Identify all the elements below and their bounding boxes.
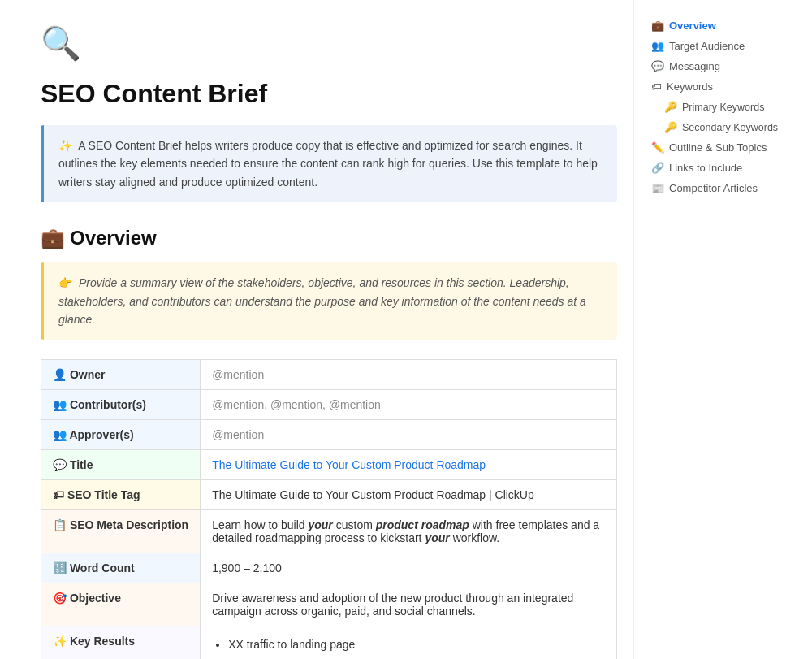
sidebar-label-overview: Overview xyxy=(669,20,716,32)
table-cell-value-7: Drive awareness and adoption of the new … xyxy=(201,583,617,626)
rich-text-part: your xyxy=(308,518,332,531)
sidebar-label-links-to-include: Links to Include xyxy=(669,162,742,174)
row-key-4: SEO Title Tag xyxy=(67,488,140,501)
row-key-3: Title xyxy=(70,458,93,471)
row-key-6: Word Count xyxy=(70,561,135,574)
table-cell-key-0: 👤 Owner xyxy=(41,360,201,390)
table-row: 👤 Owner@mention xyxy=(41,360,617,390)
overview-table: 👤 Owner@mention👥 Contributor(s)@mention,… xyxy=(41,359,617,659)
rich-text-part: Learn how to build xyxy=(212,518,308,531)
info-callout: ✨ A SEO Content Brief helps writers prod… xyxy=(41,125,617,202)
row-key-emoji-1: 👥 xyxy=(53,398,70,411)
sidebar-item-keywords[interactable]: 🏷Keywords xyxy=(646,77,800,96)
sidebar-item-target-audience[interactable]: 👥Target Audience xyxy=(646,37,800,55)
table-row: 🏷 SEO Title TagThe Ultimate Guide to You… xyxy=(41,480,617,510)
row-key-7: Objective xyxy=(70,592,121,605)
table-cell-key-5: 📋 SEO Meta Description xyxy=(41,510,201,553)
sidebar-icon-outline-sub-topics: ✏️ xyxy=(651,141,664,154)
sidebar-icon-keywords: 🏷 xyxy=(651,80,662,93)
table-cell-value-8: XX traffic to landing page xyxy=(201,626,617,659)
table-row: 📋 SEO Meta DescriptionLearn how to build… xyxy=(41,510,617,553)
overview-callout-text: Provide a summary view of the stakeholde… xyxy=(58,276,586,326)
table-cell-value-1: @mention, @mention, @mention xyxy=(201,390,617,420)
rich-text-part: custom xyxy=(333,518,376,531)
sidebar-label-primary-keywords: Primary Keywords xyxy=(682,102,764,113)
row-key-emoji-7: 🎯 xyxy=(53,592,70,605)
page-title: SEO Content Brief xyxy=(41,79,617,109)
callout-sparkle-icon: ✨ xyxy=(58,139,72,152)
row-key-emoji-2: 👥 xyxy=(53,428,69,441)
row-key-1: Contributor(s) xyxy=(70,398,146,411)
table-row: ✨ Key ResultsXX traffic to landing page xyxy=(41,626,617,659)
mention-value-2: @mention xyxy=(212,428,264,441)
sidebar-icon-primary-keywords: 🔑 xyxy=(664,101,677,113)
page-logo: 🔍 xyxy=(41,24,617,63)
sidebar-item-competitor-articles[interactable]: 📰Competitor Articles xyxy=(646,179,800,197)
table-cell-key-8: ✨ Key Results xyxy=(41,626,201,659)
table-cell-key-3: 💬 Title xyxy=(41,450,201,480)
sidebar-item-outline-sub-topics[interactable]: ✏️Outline & Sub Topics xyxy=(646,138,800,157)
table-cell-key-1: 👥 Contributor(s) xyxy=(41,390,201,420)
overview-emoji: 💼 xyxy=(41,227,65,249)
rich-text-part: product roadmap xyxy=(376,518,469,531)
row-key-emoji-5: 📋 xyxy=(53,518,70,531)
table-row: 🔢 Word Count1,900 – 2,100 xyxy=(41,553,617,583)
table-cell-key-2: 👥 Approver(s) xyxy=(41,420,201,450)
sidebar-label-keywords: Keywords xyxy=(667,80,713,93)
row-key-emoji-4: 🏷 xyxy=(53,488,67,501)
sidebar-item-messaging[interactable]: 💬Messaging xyxy=(646,57,800,76)
table-cell-value-6: 1,900 – 2,100 xyxy=(201,553,617,583)
row-key-0: Owner xyxy=(70,368,106,381)
table-row: 🎯 ObjectiveDrive awareness and adoption … xyxy=(41,583,617,626)
table-cell-key-7: 🎯 Objective xyxy=(41,583,201,626)
table-cell-key-6: 🔢 Word Count xyxy=(41,553,201,583)
sidebar-label-secondary-keywords: Secondary Keywords xyxy=(682,122,778,133)
row-key-emoji-0: 👤 xyxy=(53,368,70,381)
table-cell-value-2: @mention xyxy=(201,420,617,450)
mention-value-1: @mention, @mention, @mention xyxy=(212,398,381,411)
overview-callout: 👉 Provide a summary view of the stakehol… xyxy=(41,262,617,340)
table-cell-value-0: @mention xyxy=(201,360,617,390)
sidebar-icon-secondary-keywords: 🔑 xyxy=(664,121,677,133)
table-row: 👥 Contributor(s)@mention, @mention, @men… xyxy=(41,390,617,420)
sidebar-label-outline-sub-topics: Outline & Sub Topics xyxy=(669,141,767,154)
value-list-8: XX traffic to landing page xyxy=(212,638,605,651)
sidebar-icon-links-to-include: 🔗 xyxy=(651,162,664,174)
table-cell-value-4: The Ultimate Guide to Your Custom Produc… xyxy=(201,480,617,510)
page-layout: 🔍 SEO Content Brief ✨ A SEO Content Brie… xyxy=(0,0,812,659)
table-row: 💬 TitleThe Ultimate Guide to Your Custom… xyxy=(41,450,617,480)
row-key-emoji-3: 💬 xyxy=(53,458,70,471)
link-value-3[interactable]: The Ultimate Guide to Your Custom Produc… xyxy=(212,458,486,471)
sidebar-label-competitor-articles: Competitor Articles xyxy=(669,182,758,194)
sidebar-item-overview[interactable]: 💼Overview xyxy=(646,16,800,35)
row-key-emoji-6: 🔢 xyxy=(53,561,70,574)
row-key-5: SEO Meta Description xyxy=(70,518,188,531)
rich-text-part: workflow. xyxy=(450,531,499,544)
sidebar-label-target-audience: Target Audience xyxy=(669,40,745,52)
sidebar-label-messaging: Messaging xyxy=(669,60,720,72)
sidebar-item-secondary-keywords[interactable]: 🔑Secondary Keywords xyxy=(646,118,800,137)
table-cell-value-5: Learn how to build your custom product r… xyxy=(201,510,617,553)
row-key-2: Approver(s) xyxy=(69,428,133,441)
overview-heading: 💼Overview xyxy=(41,227,617,249)
mention-value-0: @mention xyxy=(212,368,264,381)
table-row: 👥 Approver(s)@mention xyxy=(41,420,617,450)
list-item: XX traffic to landing page xyxy=(228,638,605,651)
rich-text-part: your xyxy=(425,531,449,544)
sidebar-item-links-to-include[interactable]: 🔗Links to Include xyxy=(646,158,800,177)
sidebar-item-primary-keywords[interactable]: 🔑Primary Keywords xyxy=(646,98,800,116)
sidebar-icon-competitor-articles: 📰 xyxy=(651,182,664,194)
table-cell-value-3: The Ultimate Guide to Your Custom Produc… xyxy=(201,450,617,480)
sidebar: 💼Overview👥Target Audience💬Messaging🏷Keyw… xyxy=(633,0,812,659)
row-key-emoji-8: ✨ xyxy=(53,635,70,648)
info-callout-text: A SEO Content Brief helps writers produc… xyxy=(58,139,598,189)
table-cell-key-4: 🏷 SEO Title Tag xyxy=(41,480,201,510)
sidebar-icon-messaging: 💬 xyxy=(651,60,664,72)
sidebar-icon-overview: 💼 xyxy=(651,20,664,32)
sidebar-icon-target-audience: 👥 xyxy=(651,40,664,52)
main-content: 🔍 SEO Content Brief ✨ A SEO Content Brie… xyxy=(0,0,650,659)
row-key-8: Key Results xyxy=(70,635,135,648)
overview-callout-icon: 👉 xyxy=(58,276,72,289)
